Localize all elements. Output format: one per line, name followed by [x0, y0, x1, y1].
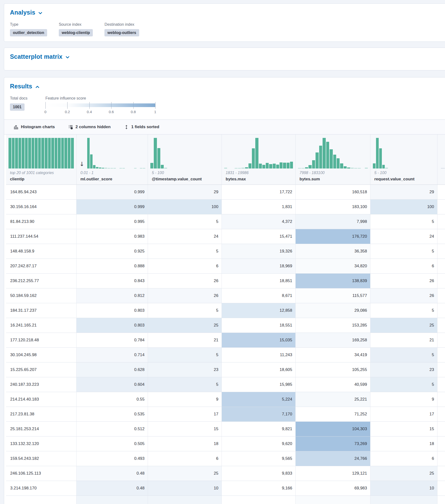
cell-ml.outlier_score[interactable]: 0.983: [76, 229, 148, 244]
cell-@timestamp.value_count[interactable]: 24: [148, 229, 222, 244]
cell-bytes.max[interactable]: 19,326: [222, 244, 296, 259]
cell-@timestamp.value_count[interactable]: 17: [148, 407, 222, 422]
cell-request.value_count[interactable]: 100: [371, 199, 437, 214]
cell-bytes.sum[interactable]: 34,820: [296, 259, 371, 274]
cell-bytes.sum[interactable]: 7,998: [296, 214, 371, 229]
cell-ml.outlier_score[interactable]: 0.812: [76, 288, 148, 303]
cell-ml.outlier_score[interactable]: 0.803: [76, 303, 148, 318]
cell-bytes.max[interactable]: 4,372: [222, 214, 296, 229]
cell-ml.outlier_score[interactable]: 0.493: [76, 451, 148, 466]
cell-ml.outlier_score[interactable]: 0.925: [76, 244, 148, 259]
cell-bytes.sum[interactable]: 176,720: [296, 229, 371, 244]
cell-clientip[interactable]: 111.237.144.54: [6, 229, 76, 244]
cell-@timestamp.value_count[interactable]: 5: [148, 348, 222, 362]
cell-clientip[interactable]: 30.104.245.98: [6, 348, 76, 362]
cell-clientip[interactable]: 184.31.17.237: [6, 303, 76, 318]
cell-clientip[interactable]: 133.132.32.120: [6, 436, 76, 451]
cell-bytes.sum[interactable]: 73,269: [296, 436, 371, 451]
cell-request.value_count[interactable]: 6: [371, 451, 437, 466]
cell-request.value_count[interactable]: 26: [371, 288, 437, 303]
cell-request.value_count[interactable]: 6: [371, 259, 437, 274]
cell-ml.outlier_score[interactable]: 0.843: [76, 274, 148, 288]
cell-bytes.max[interactable]: 11,243: [222, 348, 296, 362]
cell-@timestamp.value_count[interactable]: 5: [148, 303, 222, 318]
cell-@timestamp.value_count[interactable]: 5: [148, 244, 222, 259]
cell-bytes.max[interactable]: 9,620: [222, 436, 296, 451]
cell-bytes.max[interactable]: 18,969: [222, 259, 296, 274]
cell-ml.outlier_score[interactable]: 0.995: [76, 214, 148, 229]
cell-clientip[interactable]: 236.212.255.77: [6, 274, 76, 288]
cell-bytes.sum[interactable]: 115,577: [296, 288, 371, 303]
columns-hidden-button[interactable]: 2 columns hidden: [69, 125, 111, 129]
cell-request.value_count[interactable]: 5: [371, 303, 437, 318]
column-header-@timestamp.value_count[interactable]: 5 - 100@timestamp.value_count: [148, 134, 222, 185]
cell-bytes.sum[interactable]: 183,100: [296, 199, 371, 214]
cell-request.value_count[interactable]: 5: [371, 348, 437, 362]
cell-bytes.sum[interactable]: [296, 496, 371, 504]
cell-@timestamp.value_count[interactable]: 21: [148, 333, 222, 348]
cell-clientip[interactable]: 164.85.94.243: [6, 185, 76, 199]
cell-clientip[interactable]: 207.242.87.17: [6, 259, 76, 274]
results-accordion-toggle[interactable]: Results: [10, 83, 445, 90]
cell-bytes.max[interactable]: 9,821: [222, 422, 296, 436]
cell-ml.outlier_score[interactable]: 0.55: [76, 392, 148, 407]
cell-request.value_count[interactable]: 9: [371, 392, 437, 407]
cell-bytes.sum[interactable]: 25,221: [296, 392, 371, 407]
cell-bytes.sum[interactable]: 105,255: [296, 362, 371, 377]
cell-bytes.sum[interactable]: 34,419: [296, 348, 371, 362]
cell-request.value_count[interactable]: 5: [371, 377, 437, 392]
cell-@timestamp.value_count[interactable]: 10: [148, 481, 222, 496]
cell-clientip[interactable]: 15.225.65.207: [6, 362, 76, 377]
cell-clientip[interactable]: 148.48.158.9: [6, 244, 76, 259]
column-header-ml.outlier_score[interactable]: ↓0.01 - 1ml.outlier_score: [76, 134, 148, 185]
column-header-bytes.max[interactable]: 1831 - 19986bytes.max: [222, 134, 296, 185]
cell-ml.outlier_score[interactable]: 0.505: [76, 436, 148, 451]
cell-bytes.max[interactable]: 9,166: [222, 481, 296, 496]
cell-request.value_count[interactable]: 15: [371, 422, 437, 436]
cell-clientip[interactable]: 81.84.213.90: [6, 214, 76, 229]
cell-bytes.sum[interactable]: 36,358: [296, 244, 371, 259]
cell-@timestamp.value_count[interactable]: 100: [148, 199, 222, 214]
cell-@timestamp.value_count[interactable]: 6: [148, 259, 222, 274]
cell-clientip[interactable]: 246.106.125.113: [6, 466, 76, 481]
cell-clientip[interactable]: 159.54.243.182: [6, 451, 76, 466]
cell-ml.outlier_score[interactable]: 0.888: [76, 259, 148, 274]
cell-request.value_count[interactable]: 23: [371, 362, 437, 377]
column-header-request.value_count[interactable]: 5 - 100request.value_count: [371, 134, 437, 185]
cell-ml.outlier_score[interactable]: 0.48: [76, 481, 148, 496]
cell-ml.outlier_score[interactable]: 0.714: [76, 348, 148, 362]
cell-bytes.max[interactable]: 9,565: [222, 451, 296, 466]
cell-bytes.max[interactable]: 18,851: [222, 274, 296, 288]
cell-@timestamp.value_count[interactable]: 9: [148, 392, 222, 407]
cell-@timestamp.value_count[interactable]: 25: [148, 318, 222, 333]
cell-bytes.max[interactable]: 1,831: [222, 199, 296, 214]
cell-ml.outlier_score[interactable]: 0.48: [76, 466, 148, 481]
cell-request.value_count[interactable]: 10: [371, 481, 437, 496]
cell-clientip[interactable]: 50.184.59.162: [6, 288, 76, 303]
cell-ml.outlier_score[interactable]: 0.604: [76, 377, 148, 392]
cell-@timestamp.value_count[interactable]: [148, 496, 222, 504]
cell-@timestamp.value_count[interactable]: 6: [148, 451, 222, 466]
cell-@timestamp.value_count[interactable]: 18: [148, 436, 222, 451]
cell-request.value_count[interactable]: 18: [371, 436, 437, 451]
cell-bytes.max[interactable]: 18,551: [222, 318, 296, 333]
cell-ml.outlier_score[interactable]: 0.999: [76, 185, 148, 199]
cell-@timestamp.value_count[interactable]: 5: [148, 214, 222, 229]
cell-bytes.max[interactable]: 15,471: [222, 229, 296, 244]
cell-bytes.sum[interactable]: 69,983: [296, 481, 371, 496]
cell-@timestamp.value_count[interactable]: 26: [148, 288, 222, 303]
cell-@timestamp.value_count[interactable]: 15: [148, 422, 222, 436]
column-header-clientip[interactable]: top 20 of 1001 categoriesclientip: [6, 134, 76, 185]
cell-ml.outlier_score[interactable]: 0.535: [76, 407, 148, 422]
cell-bytes.max[interactable]: 18,605: [222, 362, 296, 377]
cell-request.value_count[interactable]: 25: [371, 466, 437, 481]
analysis-accordion-toggle[interactable]: Analysis: [10, 9, 445, 16]
cell-clientip[interactable]: 214.214.40.183: [6, 392, 76, 407]
cell-clientip[interactable]: 3.214.198.170: [6, 481, 76, 496]
cell-@timestamp.value_count[interactable]: 26: [148, 274, 222, 288]
fields-sorted-button[interactable]: 1 fields sorted: [124, 125, 159, 129]
cell-bytes.max[interactable]: 12,858: [222, 303, 296, 318]
cell-bytes.sum[interactable]: 29,086: [296, 303, 371, 318]
cell-bytes.max[interactable]: 7,170: [222, 407, 296, 422]
cell-@timestamp.value_count[interactable]: 23: [148, 362, 222, 377]
